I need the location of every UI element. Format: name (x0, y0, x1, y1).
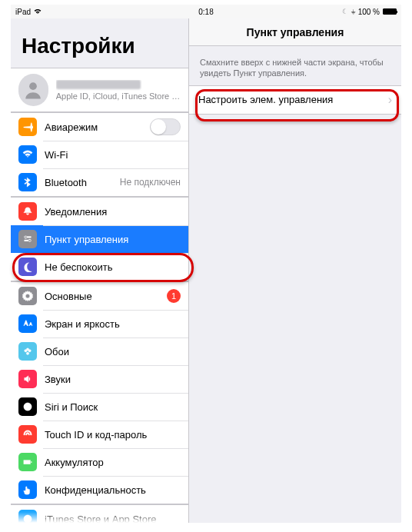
detail-caption: Смахните вверх с нижней части экрана, чт… (189, 46, 401, 85)
charging-icon: ⏚ (351, 8, 355, 15)
switches-icon (18, 230, 37, 248)
settings-sidebar: Настройки Apple ID, iCloud, iTunes Store… (11, 18, 189, 523)
clock: 0:18 (198, 8, 213, 16)
avatar (18, 74, 48, 106)
sidebar-item-sound[interactable]: Звуки (11, 365, 188, 393)
row-label: Bluetooth (45, 177, 120, 188)
row-label: Siri и Поиск (45, 401, 181, 413)
sound-icon (18, 370, 37, 388)
status-bar: iPad 0:18 ☾ ⏚ 100 % (11, 5, 401, 18)
row-label: Конфиденциальность (45, 484, 181, 496)
row-label: Авиарежим (45, 121, 150, 133)
sidebar-item-gear[interactable]: Основные1 (11, 282, 188, 310)
sidebar-item-bell[interactable]: Уведомления (11, 198, 188, 225)
moon-icon (18, 258, 37, 276)
wifi-status-icon (34, 8, 42, 15)
sidebar-item-airplane[interactable]: Авиарежим (11, 113, 188, 141)
appstore-icon (18, 510, 37, 523)
siri-icon (18, 397, 37, 416)
row-label: Не беспокоить (45, 261, 181, 273)
sidebar-item-bluetooth[interactable]: BluetoothНе подключен (11, 168, 188, 196)
row-value: Не подключен (120, 177, 181, 188)
row-label: Touch ID и код-пароль (45, 429, 181, 441)
sidebar-item-siri[interactable]: Siri и Поиск (11, 393, 188, 421)
battery-icon (383, 8, 397, 15)
moon-status-icon: ☾ (342, 8, 348, 15)
detail-title: Пункт управления (189, 18, 401, 46)
airplane-switch[interactable] (150, 118, 181, 135)
row-label: Аккумулятор (45, 457, 181, 468)
sidebar-item-moon[interactable]: Не беспокоить (11, 253, 188, 281)
detail-pane: Пункт управления Смахните вверх с нижней… (189, 18, 401, 523)
bell-icon (18, 202, 37, 221)
row-label: Основные (45, 291, 167, 302)
customize-controls-row[interactable]: Настроить элем. управления › (189, 85, 401, 115)
sidebar-item-switches[interactable]: Пункт управления (11, 225, 188, 253)
flower-icon (18, 342, 37, 361)
sidebar-item-hand[interactable]: Конфиденциальность (11, 476, 188, 504)
battery-icon (18, 453, 37, 471)
row-label: iTunes Store и App Store (45, 514, 181, 524)
airplane-icon (18, 118, 37, 136)
chevron-right-icon: › (388, 93, 392, 107)
device-name: iPad (15, 8, 31, 16)
svg-point-0 (29, 82, 37, 90)
wifi-icon (18, 145, 37, 164)
account-subtitle: Apple ID, iCloud, iTunes Store и A... (56, 91, 181, 101)
gear-icon (18, 287, 37, 305)
account-name-redacted (56, 80, 141, 89)
battery-percent: 100 % (358, 8, 380, 16)
hand-icon (18, 480, 37, 499)
bluetooth-icon (18, 173, 37, 191)
textsize-icon (18, 314, 37, 333)
row-label: Экран и яркость (45, 318, 181, 330)
page-title: Настройки (11, 18, 188, 68)
badge: 1 (167, 289, 181, 303)
row-label: Пункт управления (45, 234, 181, 245)
finger-icon (18, 425, 37, 444)
row-label: Обои (45, 346, 181, 357)
row-label: Уведомления (45, 206, 181, 218)
customize-controls-label: Настроить элем. управления (198, 94, 388, 105)
sidebar-item-textsize[interactable]: Экран и яркость (11, 310, 188, 337)
sidebar-item-wifi[interactable]: Wi-Fi (11, 141, 188, 168)
row-label: Wi-Fi (45, 149, 181, 161)
row-label: Звуки (45, 374, 181, 385)
sidebar-item-appstore[interactable]: iTunes Store и App Store (11, 505, 188, 523)
sidebar-item-battery[interactable]: Аккумулятор (11, 448, 188, 476)
sidebar-item-flower[interactable]: Обои (11, 337, 188, 365)
apple-id-row[interactable]: Apple ID, iCloud, iTunes Store и A... (11, 68, 188, 111)
sidebar-item-finger[interactable]: Touch ID и код-пароль (11, 421, 188, 448)
